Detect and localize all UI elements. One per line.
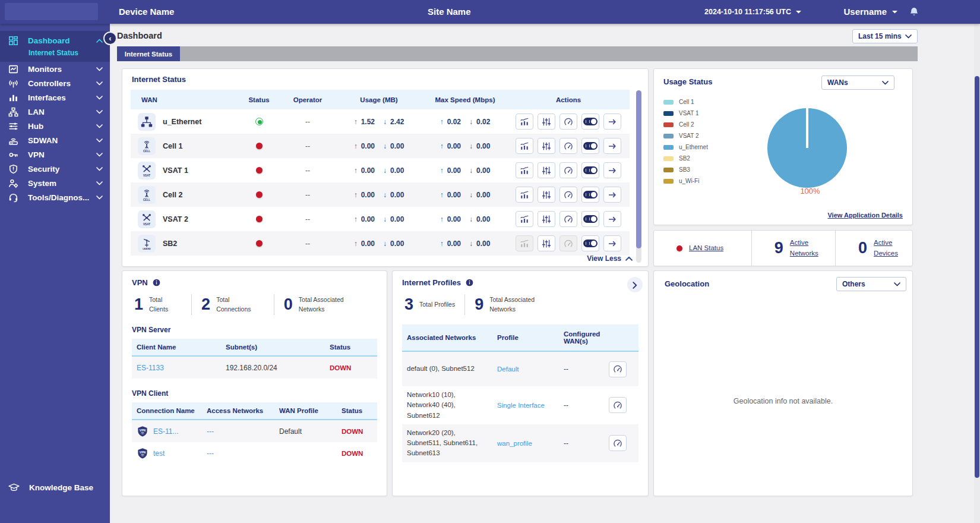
summary-link-active-devices[interactable]: Active Devices xyxy=(874,238,911,259)
username-label: Username xyxy=(843,0,887,24)
details-button[interactable] xyxy=(603,211,621,227)
chevron-down-icon xyxy=(882,81,889,85)
wan-name: u_Ethernet xyxy=(163,118,201,126)
page-scrollbar[interactable] xyxy=(974,24,980,523)
enable-toggle[interactable] xyxy=(581,235,599,251)
speed-test-button[interactable] xyxy=(559,211,577,227)
sidebar-subitem-internet-status[interactable]: Internet Status xyxy=(0,46,110,62)
configure-button[interactable] xyxy=(538,138,555,154)
wan-table-row: VSATVSAT 2--↑0.00↓0.00↑0.00↓0.00 xyxy=(131,207,630,231)
chevron-down-icon xyxy=(96,153,103,157)
upload-value: 0.00 xyxy=(447,240,461,248)
summary-link-active-networks[interactable]: Active Networks xyxy=(790,238,827,259)
sidebar-collapse-button[interactable]: ‹ xyxy=(103,31,117,45)
view-less-link[interactable]: View Less xyxy=(587,254,633,263)
sidebar-item-sdwan[interactable]: SDWAN xyxy=(0,133,110,147)
max-speed-cell: ↑0.00↓0.00 xyxy=(423,240,507,248)
info-icon[interactable] xyxy=(153,279,160,286)
arrow-up-icon: ↑ xyxy=(440,191,444,199)
sidebar-item-system[interactable]: System xyxy=(0,176,110,190)
sidebar-item-lan[interactable]: LAN xyxy=(0,105,110,119)
sidebar-item-vpn[interactable]: VPN xyxy=(0,147,110,162)
column-header: Status xyxy=(238,96,280,103)
wan-name: Cell 1 xyxy=(163,142,182,150)
arrow-up-icon: ↑ xyxy=(440,142,444,150)
configure-button[interactable] xyxy=(538,187,555,203)
details-button[interactable] xyxy=(603,162,621,178)
sidebar-item-monitors[interactable]: Monitors xyxy=(0,62,110,76)
info-icon[interactable] xyxy=(466,279,473,286)
configure-button[interactable] xyxy=(538,162,555,178)
notifications-bell-icon[interactable] xyxy=(909,7,919,17)
sidebar-item-knowledge-base[interactable]: Knowledge Base xyxy=(0,483,93,492)
actions-cell xyxy=(507,162,630,178)
column-header: Subnet(s) xyxy=(221,344,325,351)
statistics-button[interactable] xyxy=(516,138,533,154)
speed-test-button[interactable] xyxy=(559,187,577,203)
enable-toggle[interactable] xyxy=(581,162,599,178)
arrow-down-icon: ↓ xyxy=(469,166,473,175)
statistics-button[interactable] xyxy=(516,211,533,227)
speed-test-button[interactable] xyxy=(559,138,577,154)
speed-test-button[interactable] xyxy=(609,397,627,413)
enable-toggle[interactable] xyxy=(581,114,599,130)
geolocation-filter-select[interactable]: Others xyxy=(836,277,906,291)
statistics-button[interactable] xyxy=(516,162,533,178)
details-button[interactable] xyxy=(603,114,621,130)
enable-toggle[interactable] xyxy=(581,138,599,154)
profile-link[interactable]: Default xyxy=(492,366,559,373)
expand-profiles-button[interactable] xyxy=(627,277,643,292)
configured-wans-value: -- xyxy=(559,365,605,373)
sidebar-item-hub[interactable]: Hub xyxy=(0,119,110,133)
tab-internet-status[interactable]: Internet Status xyxy=(117,46,180,61)
status-cell xyxy=(238,143,280,149)
enable-toggle[interactable] xyxy=(581,187,599,203)
time-range-select[interactable]: Last 15 mins xyxy=(852,29,918,43)
stat-item: 0Total Associated Networks xyxy=(274,294,377,315)
summary-link-lan-status[interactable]: LAN Status xyxy=(689,243,726,254)
speed-icon xyxy=(564,215,573,224)
profile-link[interactable]: Single Interface xyxy=(492,402,559,409)
sidebar-item-controllers[interactable]: Controllers xyxy=(0,76,110,90)
scrollbar-thumb[interactable] xyxy=(636,90,641,248)
enable-toggle[interactable] xyxy=(581,211,599,227)
view-application-details-link[interactable]: View Application Details xyxy=(827,212,903,219)
download-value: 2.42 xyxy=(390,118,404,126)
sidebar-item-tools-diagnos[interactable]: Tools/Diagnos... xyxy=(0,190,110,204)
arrow-down-icon: ↓ xyxy=(383,215,387,223)
statistics-button[interactable] xyxy=(516,187,533,203)
speed-test-button[interactable] xyxy=(559,162,577,178)
statistics-button[interactable] xyxy=(516,114,533,130)
stats-icon xyxy=(520,166,529,175)
scrollbar-thumb[interactable] xyxy=(975,76,979,478)
details-button[interactable] xyxy=(603,138,621,154)
datetime-dropdown[interactable]: 2024-10-10 11:17:56 UTC xyxy=(704,0,802,24)
chevron-down-icon xyxy=(96,196,103,200)
vpn-server-title: VPN Server xyxy=(132,326,377,334)
sidebar-item-security[interactable]: Security xyxy=(0,162,110,176)
chevron-right-icon xyxy=(631,281,638,289)
user-menu[interactable]: Username xyxy=(843,0,898,24)
configure-button[interactable] xyxy=(538,211,555,227)
details-button[interactable] xyxy=(603,235,621,251)
goto-icon xyxy=(608,215,617,224)
table-scrollbar[interactable] xyxy=(636,90,641,263)
usage-filter-select[interactable]: WANs xyxy=(821,75,894,90)
speed-test-button[interactable] xyxy=(609,435,627,451)
configure-button[interactable] xyxy=(538,235,555,251)
sidebar-item-label: LAN xyxy=(28,108,96,116)
sidebar-item-dashboard[interactable]: Dashboard xyxy=(0,31,110,46)
speed-test-button[interactable] xyxy=(559,114,577,130)
column-header: Status xyxy=(337,407,377,414)
speed-test-button[interactable] xyxy=(609,361,627,377)
sidebar-item-interfaces[interactable]: Interfaces xyxy=(0,90,110,105)
client-name-link[interactable]: ES-1133 xyxy=(132,364,221,372)
configure-button[interactable] xyxy=(538,114,555,130)
config-icon xyxy=(542,117,551,127)
connection-name-link[interactable]: test xyxy=(153,449,165,458)
profile-link[interactable]: wan_profile xyxy=(492,440,559,447)
connection-name-link[interactable]: ES-11... xyxy=(153,427,178,436)
details-button[interactable] xyxy=(603,187,621,203)
column-header: Usage (MB) xyxy=(335,96,423,103)
wan-profile-value: Default xyxy=(274,427,337,436)
